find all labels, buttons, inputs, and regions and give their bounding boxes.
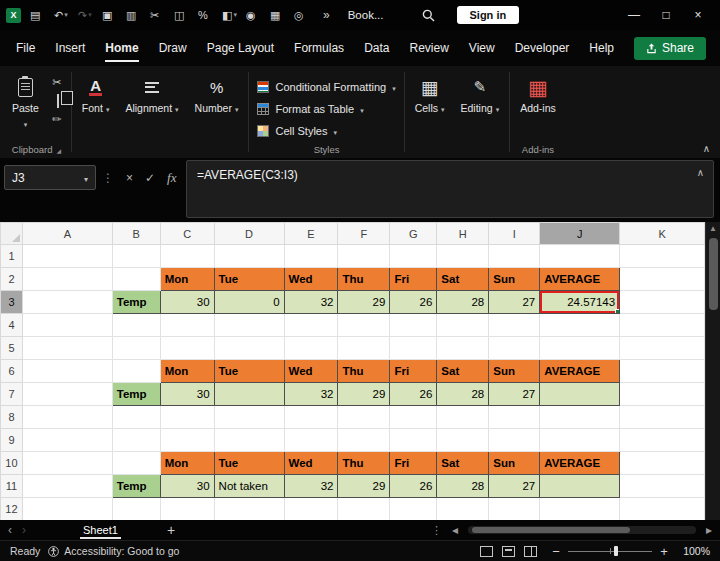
cell-J2[interactable]: AVERAGE xyxy=(540,268,620,291)
column-header-E[interactable]: E xyxy=(284,223,338,245)
sheet-nav-right-icon[interactable]: › xyxy=(22,523,26,537)
cell-H7[interactable]: 28 xyxy=(437,383,489,406)
cell-J11[interactable] xyxy=(540,475,620,498)
cell-F7[interactable]: 29 xyxy=(338,383,390,406)
cell-F10[interactable]: Thu xyxy=(338,452,390,475)
cell-G1[interactable] xyxy=(390,245,437,268)
close-button[interactable]: × xyxy=(682,8,714,22)
cell-C12[interactable] xyxy=(160,498,214,521)
menu-tab-draw[interactable]: Draw xyxy=(149,30,197,66)
menu-tab-insert[interactable]: Insert xyxy=(45,30,95,66)
cell-styles-button[interactable]: Cell Styles xyxy=(257,121,395,141)
cell-E9[interactable] xyxy=(284,429,338,452)
save-icon[interactable]: ▤ xyxy=(30,9,45,22)
cell-I7[interactable]: 27 xyxy=(489,383,540,406)
horizontal-scroll-thumb[interactable] xyxy=(472,527,630,533)
hscroll-left-icon[interactable]: ◂ xyxy=(452,523,458,537)
column-header-C[interactable]: C xyxy=(160,223,214,245)
cell-D1[interactable] xyxy=(214,245,284,268)
scroll-up-icon[interactable]: ▲ xyxy=(706,224,720,233)
cell-G4[interactable] xyxy=(390,314,437,337)
copy-icon[interactable] xyxy=(57,94,59,108)
editing-button[interactable]: ✎ Editing xyxy=(453,70,508,114)
cell-G12[interactable] xyxy=(390,498,437,521)
row-header-2[interactable]: 2 xyxy=(1,268,23,291)
format-painter-icon[interactable]: ✏ xyxy=(49,113,65,126)
cells-button[interactable]: ▦ Cells xyxy=(407,70,453,114)
cell-H8[interactable] xyxy=(437,406,489,429)
select-all-corner[interactable] xyxy=(1,223,23,245)
cell-C6[interactable]: Mon xyxy=(160,360,214,383)
cell-B11[interactable]: Temp xyxy=(112,475,160,498)
accessibility-status[interactable]: Accessibility: Good to go xyxy=(48,545,179,557)
cell-K7[interactable] xyxy=(620,383,705,406)
cell-H12[interactable] xyxy=(437,498,489,521)
cell-C7[interactable]: 30 xyxy=(160,383,214,406)
addins-button[interactable]: ▦ Add-ins xyxy=(512,70,564,114)
page-layout-view-icon[interactable] xyxy=(502,546,515,557)
cell-F2[interactable]: Thu xyxy=(338,268,390,291)
cell-I8[interactable] xyxy=(489,406,540,429)
table-icon[interactable]: ▦ xyxy=(270,9,285,22)
search-icon[interactable] xyxy=(422,9,435,22)
page-break-view-icon[interactable] xyxy=(524,546,537,557)
collapse-ribbon-icon[interactable] xyxy=(703,143,710,154)
conditional-formatting-button[interactable]: Conditional Formatting xyxy=(257,77,395,97)
cell-J5[interactable] xyxy=(540,337,620,360)
cell-K11[interactable] xyxy=(620,475,705,498)
number-format-icon[interactable]: % xyxy=(198,9,213,21)
cell-I4[interactable] xyxy=(489,314,540,337)
menu-tab-review[interactable]: Review xyxy=(399,30,458,66)
name-box[interactable]: J3 xyxy=(4,165,96,190)
alignment-button[interactable]: Alignment xyxy=(117,70,186,114)
zoom-level[interactable]: 100% xyxy=(676,545,710,557)
menu-tab-data[interactable]: Data xyxy=(354,30,399,66)
cell-B6[interactable] xyxy=(112,360,160,383)
cell-C1[interactable] xyxy=(160,245,214,268)
cell-H1[interactable] xyxy=(437,245,489,268)
cell-F4[interactable] xyxy=(338,314,390,337)
menu-tab-formulas[interactable]: Formulas xyxy=(284,30,354,66)
copy-icon[interactable]: ▥ xyxy=(126,9,141,22)
cell-K1[interactable] xyxy=(620,245,705,268)
horizontal-scrollbar[interactable] xyxy=(468,526,696,534)
column-header-I[interactable]: I xyxy=(489,223,540,245)
sheet-tab-sheet1[interactable]: Sheet1 xyxy=(70,520,131,540)
cell-I12[interactable] xyxy=(489,498,540,521)
cell-B4[interactable] xyxy=(112,314,160,337)
row-header-5[interactable]: 5 xyxy=(1,337,23,360)
excel-logo-icon[interactable]: X xyxy=(6,8,21,23)
cell-G11[interactable]: 26 xyxy=(390,475,437,498)
cell-H5[interactable] xyxy=(437,337,489,360)
cell-E6[interactable]: Wed xyxy=(284,360,338,383)
cell-A11[interactable] xyxy=(22,475,112,498)
row-header-10[interactable]: 10 xyxy=(1,452,23,475)
cell-E3[interactable]: 32 xyxy=(284,291,338,314)
cell-I2[interactable]: Sun xyxy=(489,268,540,291)
format-as-table-button[interactable]: Format as Table xyxy=(257,99,395,119)
cell-K6[interactable] xyxy=(620,360,705,383)
column-header-F[interactable]: F xyxy=(338,223,390,245)
cell-I10[interactable]: Sun xyxy=(489,452,540,475)
cell-H10[interactable]: Sat xyxy=(437,452,489,475)
sheet-options-icon[interactable] xyxy=(431,524,442,537)
cell-J12[interactable] xyxy=(540,498,620,521)
cell-J6[interactable]: AVERAGE xyxy=(540,360,620,383)
add-sheet-button[interactable]: + xyxy=(167,522,175,538)
camera-icon[interactable]: ◎ xyxy=(294,9,309,22)
cell-D4[interactable] xyxy=(214,314,284,337)
cell-J3[interactable]: 24.57143 xyxy=(540,291,620,314)
cell-K2[interactable] xyxy=(620,268,705,291)
more-commands-icon[interactable]: » xyxy=(323,8,330,22)
cell-J10[interactable]: AVERAGE xyxy=(540,452,620,475)
sheet-nav-left-icon[interactable]: ‹ xyxy=(8,523,12,537)
enter-formula-icon[interactable]: ✓ xyxy=(145,171,155,185)
row-header-7[interactable]: 7 xyxy=(1,383,23,406)
cell-J4[interactable] xyxy=(540,314,620,337)
cell-E11[interactable]: 32 xyxy=(284,475,338,498)
cell-H11[interactable]: 28 xyxy=(437,475,489,498)
cell-B1[interactable] xyxy=(112,245,160,268)
menu-tab-page-layout[interactable]: Page Layout xyxy=(197,30,284,66)
vertical-scroll-thumb[interactable] xyxy=(709,238,718,310)
share-button[interactable]: Share xyxy=(634,37,706,60)
